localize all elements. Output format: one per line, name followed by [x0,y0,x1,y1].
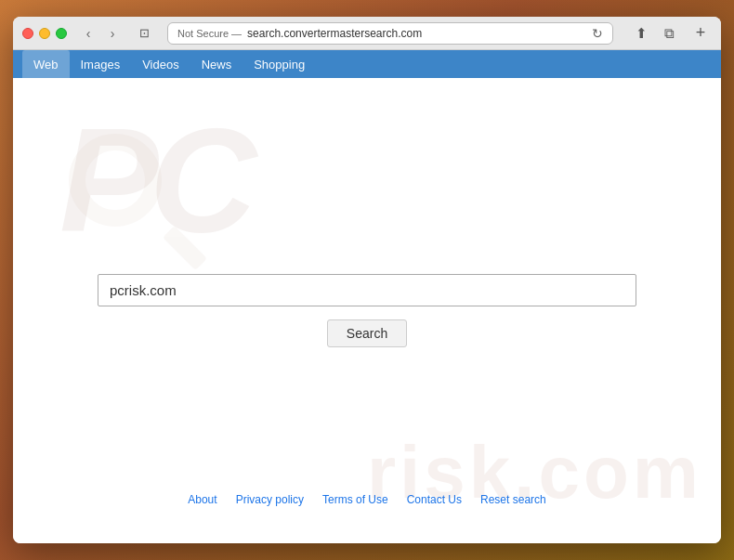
search-button[interactable]: Search [327,319,407,347]
browser-window: ‹ › ⊡ Not Secure — search.convertermaste… [13,17,721,543]
minimize-button[interactable] [39,28,50,39]
maximize-button[interactable] [56,28,67,39]
sidebar-button[interactable]: ⊡ [134,23,154,44]
nav-tabs-bar: Web Images Videos News Shopping [13,50,721,78]
address-bar[interactable]: Not Secure — search.convertermastersearc… [167,22,613,45]
contact-us-link[interactable]: Contact Us [407,493,462,506]
traffic-lights [22,28,67,39]
terms-of-use-link[interactable]: Terms of Use [322,493,388,506]
tab-videos[interactable]: Videos [131,50,190,78]
search-input[interactable] [98,274,636,306]
reload-button[interactable]: ↻ [592,26,603,41]
share-button[interactable]: ⬆ [630,22,652,45]
reset-search-link[interactable]: Reset search [480,493,546,506]
toolbar-icons: ⬆ ⧉ [630,22,680,45]
add-tab-button[interactable]: + [689,22,712,45]
title-bar: ‹ › ⊡ Not Secure — search.convertermaste… [13,17,721,50]
tab-shopping[interactable]: Shopping [242,50,316,78]
watermark-pc-text: PC [59,106,247,254]
about-link[interactable]: About [188,493,216,506]
tab-web[interactable]: Web [22,50,70,78]
close-button[interactable] [22,28,33,39]
address-text: search.convertermastersearch.com [247,27,586,40]
new-tab-button[interactable]: ⧉ [658,22,680,45]
back-button[interactable]: ‹ [78,23,98,44]
footer-links: About Privacy policy Terms of Use Contac… [188,493,545,506]
privacy-policy-link[interactable]: Privacy policy [236,493,304,506]
nav-buttons: ‹ › [78,23,123,44]
forward-button[interactable]: › [102,23,123,44]
tab-news[interactable]: News [190,50,243,78]
page-content: PC risk.com Search About Privacy policy … [13,78,721,543]
security-indicator: Not Secure — [177,28,242,39]
search-form: Search [98,274,636,347]
magnifier-watermark [69,134,199,264]
tab-images[interactable]: Images [70,50,132,78]
